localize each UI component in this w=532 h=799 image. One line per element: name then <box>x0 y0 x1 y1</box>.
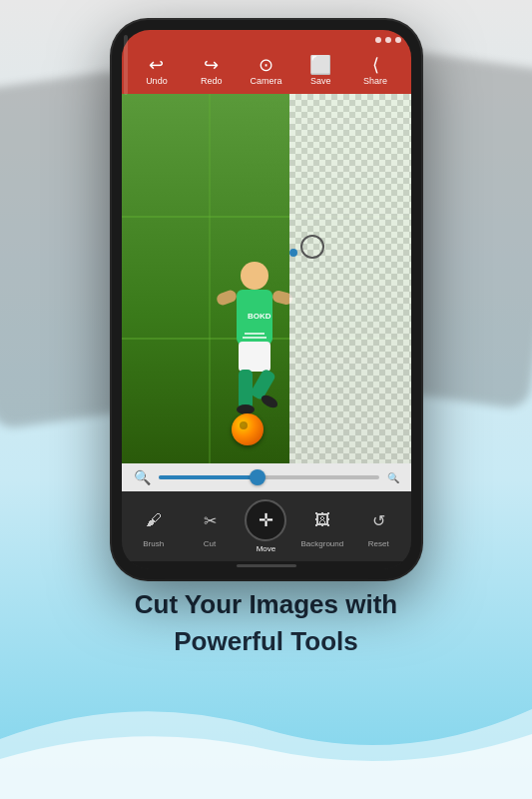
move-icon: ✛ <box>259 509 273 531</box>
tool-move[interactable]: ✛ Move <box>242 499 289 553</box>
undo-label: Undo <box>146 76 168 86</box>
brush-label: Brush <box>143 539 164 548</box>
svg-rect-4 <box>239 342 270 372</box>
background-label: Background <box>301 539 344 548</box>
tagline-line1: Cut Your Images with <box>135 589 397 619</box>
zoom-in-icon[interactable]: 🔍 <box>387 472 399 483</box>
tool-reset[interactable]: ↺ Reset <box>354 504 402 548</box>
home-indicator <box>122 561 411 569</box>
status-bar <box>122 30 411 50</box>
svg-point-0 <box>241 262 268 290</box>
tagline-section: Cut Your Images with Powerful Tools <box>0 586 532 659</box>
wifi-icon <box>385 37 391 43</box>
tagline-text: Cut Your Images with Powerful Tools <box>0 586 532 659</box>
cut-label: Cut <box>204 539 216 548</box>
app-toolbar: ↩ Undo ↪ Redo ⊙ Camera ⬜ Save ⟨ Share <box>122 50 411 94</box>
zoom-slider-track[interactable] <box>159 475 379 479</box>
background-icon: 🖼 <box>314 511 330 529</box>
image-canvas: BOKD <box>122 94 411 463</box>
phone-screen: ↩ Undo ↪ Redo ⊙ Camera ⬜ Save ⟨ Share <box>122 30 411 569</box>
move-icon-wrap: ✛ <box>245 499 286 541</box>
toolbar-redo[interactable]: ↪ Redo <box>190 56 234 86</box>
brush-icon-wrap: 🖌 <box>138 504 170 536</box>
toolbar-save[interactable]: ⬜ Save <box>298 56 342 86</box>
reset-icon-wrap: ↺ <box>362 504 394 536</box>
tools-bar: 🖌 Brush ✂ Cut ✛ Move <box>122 491 411 561</box>
zoom-slider-fill <box>159 475 258 479</box>
toolbar-share[interactable]: ⟨ Share <box>353 56 397 86</box>
camera-label: Camera <box>250 76 281 86</box>
zoom-slider-thumb[interactable] <box>250 469 266 485</box>
share-label: Share <box>363 76 387 86</box>
cut-icon-wrap: ✂ <box>194 504 226 536</box>
wave-decoration <box>0 679 532 799</box>
reset-icon: ↺ <box>372 511 385 530</box>
soccer-ball <box>232 413 264 445</box>
camera-icon: ⊙ <box>259 56 273 74</box>
toolbar-undo[interactable]: ↩ Undo <box>135 56 179 86</box>
phone-mockup: ↩ Undo ↪ Redo ⊙ Camera ⬜ Save ⟨ Share <box>112 20 421 579</box>
undo-icon: ↩ <box>149 56 164 74</box>
status-icons <box>375 37 401 43</box>
tagline-line2: Powerful Tools <box>174 626 357 656</box>
battery-icon <box>395 37 401 43</box>
phone-frame: ↩ Undo ↪ Redo ⊙ Camera ⬜ Save ⟨ Share <box>112 20 421 579</box>
redo-icon: ↪ <box>204 56 219 74</box>
reset-label: Reset <box>368 539 389 548</box>
svg-rect-5 <box>239 370 253 409</box>
svg-rect-2 <box>215 289 238 307</box>
signal-icon <box>375 37 381 43</box>
tool-background[interactable]: 🖼 Background <box>298 504 346 548</box>
move-label: Move <box>257 544 276 553</box>
background-icon-wrap: 🖼 <box>306 504 338 536</box>
save-label: Save <box>310 76 331 86</box>
share-icon: ⟨ <box>372 56 379 74</box>
tool-cut[interactable]: ✂ Cut <box>186 504 234 548</box>
transparent-area <box>289 94 411 463</box>
tool-brush[interactable]: 🖌 Brush <box>130 504 178 548</box>
brush-cursor <box>300 235 324 259</box>
redo-label: Redo <box>201 76 223 86</box>
zoom-bar: 🔍 🔍 <box>122 463 411 491</box>
save-icon: ⬜ <box>309 56 331 74</box>
toolbar-camera[interactable]: ⊙ Camera <box>244 56 287 86</box>
home-bar <box>237 564 296 567</box>
svg-text:BOKD: BOKD <box>248 312 271 321</box>
cut-icon: ✂ <box>204 511 217 530</box>
zoom-out-icon[interactable]: 🔍 <box>134 469 151 485</box>
brush-icon: 🖌 <box>146 511 162 529</box>
